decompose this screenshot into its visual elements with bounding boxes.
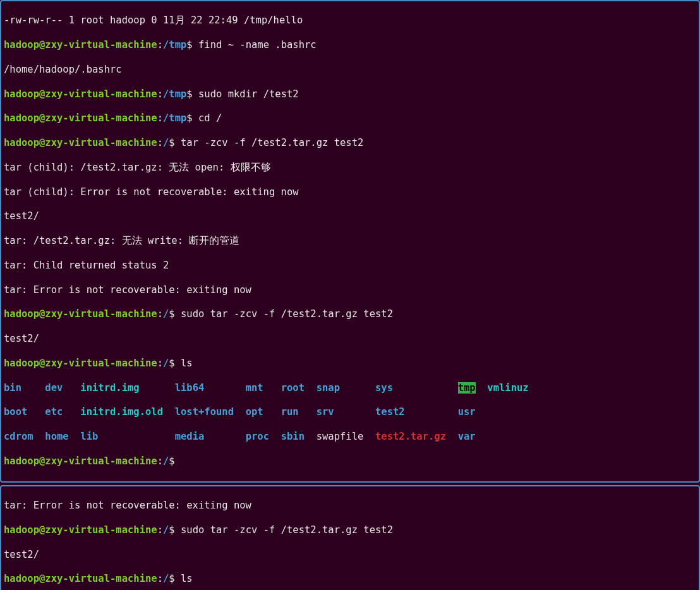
output-line: tar: Error is not recoverable: exiting n… [4, 284, 696, 296]
prompt-line: hadoop@zxy-virtual-machine:/$ tar -zcv -… [4, 137, 696, 149]
output-line: tar: Child returned status 2 [4, 260, 696, 272]
output-line: test2/ [4, 549, 696, 561]
prompt-line: hadoop@zxy-virtual-machine:/$ sudo tar -… [4, 308, 696, 320]
prompt-line: hadoop@zxy-virtual-machine:/tmp$ cd / [4, 112, 696, 124]
terminal-panel-1[interactable]: -rw-rw-r-- 1 root hadoop 0 11月 22 22:49 … [0, 0, 700, 483]
output-line: tar: /test2.tar.gz: 无法 write: 断开的管道 [4, 235, 696, 247]
output-line: tar (child): /test2.tar.gz: 无法 open: 权限不… [4, 162, 696, 174]
ls-row: cdrom home lib media proc sbin swapfile … [4, 431, 696, 443]
clipped-line: -rw-rw-r-- 1 root hadoop 0 11月 22 22:49 … [4, 15, 696, 27]
clipped-line: tar: Error is not recoverable: exiting n… [4, 500, 696, 512]
prompt-line: hadoop@zxy-virtual-machine:/tmp$ sudo mk… [4, 88, 696, 100]
prompt-line: hadoop@zxy-virtual-machine:/$ sudo tar -… [4, 524, 696, 536]
prompt-line: hadoop@zxy-virtual-machine:/$ [4, 455, 696, 467]
prompt-line: hadoop@zxy-virtual-machine:/$ ls [4, 358, 696, 370]
output-line: test2/ [4, 210, 696, 222]
output-line: /home/hadoop/.bashrc [4, 64, 696, 76]
output-line: test2/ [4, 333, 696, 345]
terminal-panel-2[interactable]: tar: Error is not recoverable: exiting n… [0, 485, 700, 590]
output-line: tar (child): Error is not recoverable: e… [4, 186, 696, 198]
ls-row: bin dev initrd.img lib64 mnt root snap s… [4, 382, 696, 394]
prompt-line: hadoop@zxy-virtual-machine:/tmp$ find ~ … [4, 39, 696, 51]
prompt-line: hadoop@zxy-virtual-machine:/$ ls [4, 573, 696, 585]
ls-row: boot etc initrd.img.old lost+found opt r… [4, 406, 696, 418]
command-text: find ~ -name .bashrc [198, 39, 317, 51]
